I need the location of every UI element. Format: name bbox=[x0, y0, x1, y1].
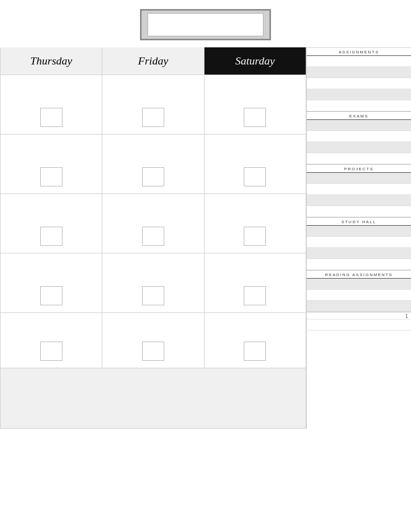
projects-group: PROJECTS bbox=[307, 165, 411, 218]
reading-group: READING ASSIGNMENTS bbox=[307, 271, 411, 312]
fri-cell-1 bbox=[102, 75, 204, 134]
cal-row-2 bbox=[1, 135, 306, 194]
sat-cell-2 bbox=[204, 135, 306, 193]
cal-row-3 bbox=[1, 194, 306, 253]
thu-cell-3 bbox=[1, 194, 102, 253]
assignment-item-5[interactable] bbox=[307, 100, 411, 111]
reading-item-3[interactable] bbox=[307, 301, 411, 312]
cal-row-4 bbox=[1, 253, 306, 313]
calendar-body bbox=[0, 75, 306, 429]
exams-group: EXAMS bbox=[307, 112, 411, 165]
study-hall-label: STUDY HALL bbox=[307, 218, 411, 226]
checkbox-fri-5[interactable] bbox=[142, 342, 164, 361]
study-item-3[interactable] bbox=[307, 248, 411, 259]
checkbox-thu-4[interactable] bbox=[40, 286, 62, 305]
study-item-4[interactable] bbox=[307, 259, 411, 270]
day-headers: Thursday Friday Saturday bbox=[0, 47, 306, 75]
assignment-item-2[interactable] bbox=[307, 67, 411, 78]
thu-cell-1 bbox=[1, 75, 102, 134]
exam-item-3[interactable] bbox=[307, 142, 411, 153]
project-item-1[interactable] bbox=[307, 173, 411, 184]
sidebar-extra-item[interactable] bbox=[307, 319, 411, 330]
fri-cell-4 bbox=[102, 253, 204, 312]
study-item-2[interactable] bbox=[307, 237, 411, 248]
thu-cell-2 bbox=[1, 135, 102, 193]
project-item-3[interactable] bbox=[307, 195, 411, 206]
checkbox-thu-2[interactable] bbox=[40, 167, 62, 186]
fri-cell-5 bbox=[102, 313, 204, 368]
calendar-section: Thursday Friday Saturday bbox=[0, 47, 306, 429]
header-inner-box bbox=[148, 13, 263, 36]
sat-cell-3 bbox=[204, 194, 306, 253]
cal-row-notes bbox=[1, 368, 306, 429]
assignments-group: ASSIGNMENTS bbox=[307, 48, 411, 112]
study-hall-group: STUDY HALL bbox=[307, 218, 411, 271]
reading-item-1[interactable] bbox=[307, 279, 411, 290]
project-item-4[interactable] bbox=[307, 206, 411, 217]
checkbox-thu-3[interactable] bbox=[40, 227, 62, 246]
page-number: 1 bbox=[307, 312, 411, 319]
reading-label: READING ASSIGNMENTS bbox=[307, 271, 411, 279]
checkbox-sat-5[interactable] bbox=[244, 342, 266, 361]
sat-cell-5 bbox=[204, 313, 306, 368]
assignment-item-3[interactable] bbox=[307, 78, 411, 89]
saturday-header: Saturday bbox=[204, 47, 306, 75]
checkbox-sat-2[interactable] bbox=[244, 167, 266, 186]
exam-item-4[interactable] bbox=[307, 153, 411, 164]
sat-cell-1 bbox=[204, 75, 306, 134]
exam-item-1[interactable] bbox=[307, 120, 411, 131]
fri-cell-2 bbox=[102, 135, 204, 193]
assignments-label: ASSIGNMENTS bbox=[307, 48, 411, 56]
checkbox-fri-1[interactable] bbox=[142, 108, 164, 127]
checkbox-thu-5[interactable] bbox=[40, 342, 62, 361]
checkbox-fri-2[interactable] bbox=[142, 167, 164, 186]
checkbox-sat-4[interactable] bbox=[244, 286, 266, 305]
project-item-2[interactable] bbox=[307, 184, 411, 195]
friday-header: Friday bbox=[102, 47, 204, 75]
thu-cell-4 bbox=[1, 253, 102, 312]
checkbox-sat-3[interactable] bbox=[244, 227, 266, 246]
notes-cell bbox=[1, 368, 306, 428]
assignment-item-1[interactable] bbox=[307, 56, 411, 67]
cal-row-5 bbox=[1, 313, 306, 368]
study-item-1[interactable] bbox=[307, 226, 411, 237]
reading-item-2[interactable] bbox=[307, 290, 411, 301]
checkbox-sat-1[interactable] bbox=[244, 108, 266, 127]
cal-row-1 bbox=[1, 75, 306, 135]
checkbox-fri-4[interactable] bbox=[142, 286, 164, 305]
header-section bbox=[0, 0, 411, 47]
header-box bbox=[140, 9, 271, 40]
assignment-item-4[interactable] bbox=[307, 89, 411, 100]
thursday-header: Thursday bbox=[0, 47, 102, 75]
thu-cell-5 bbox=[1, 313, 102, 368]
sat-cell-4 bbox=[204, 253, 306, 312]
exams-label: EXAMS bbox=[307, 112, 411, 120]
fri-cell-3 bbox=[102, 194, 204, 253]
projects-label: PROJECTS bbox=[307, 165, 411, 173]
main-layout: Thursday Friday Saturday bbox=[0, 47, 411, 429]
checkbox-fri-3[interactable] bbox=[142, 227, 164, 246]
sidebar: ASSIGNMENTS EXAMS PROJECTS STUDY HALL bbox=[306, 47, 411, 429]
checkbox-thu-1[interactable] bbox=[40, 108, 62, 127]
exam-item-2[interactable] bbox=[307, 131, 411, 142]
